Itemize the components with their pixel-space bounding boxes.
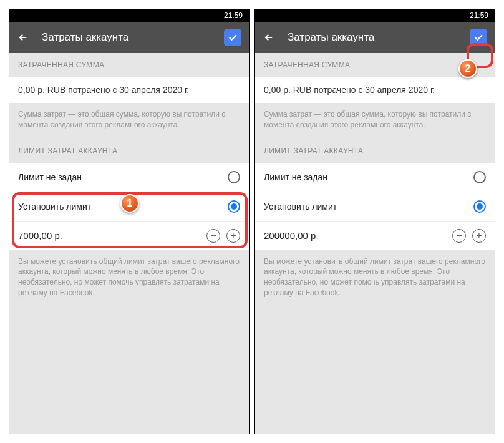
no-limit-label: Лимит не задан: [264, 172, 327, 182]
limit-description: Вы можете установить общий лимит затрат …: [255, 250, 495, 307]
limit-value-row: 7000,00 р. − +: [9, 221, 249, 250]
minus-button[interactable]: −: [206, 229, 220, 243]
status-time: 21:59: [470, 11, 488, 20]
spent-section-header: ЗАТРАЧЕННАЯ СУММА: [9, 53, 249, 77]
minus-button[interactable]: −: [452, 229, 466, 243]
app-header: Затраты аккаунта: [9, 22, 249, 53]
annotation-marker-2: 2: [458, 59, 477, 78]
page-title: Затраты аккаунта: [42, 31, 211, 44]
app-header: Затраты аккаунта: [255, 22, 495, 53]
plus-button[interactable]: +: [472, 229, 486, 243]
no-limit-label: Лимит не задан: [18, 172, 82, 182]
status-time: 21:59: [224, 11, 243, 20]
phone-screen-left: 21:59 Затраты аккаунта ЗАТРАЧЕННАЯ СУММА…: [9, 9, 250, 434]
radio-selected-icon: [228, 200, 240, 213]
confirm-button[interactable]: [224, 29, 241, 46]
limit-value: 200000,00 р.: [264, 230, 319, 241]
spent-description: Сумма затрат — это общая сумма, которую …: [255, 103, 495, 139]
limit-description: Вы можете установить общий лимит затрат …: [9, 250, 249, 307]
no-limit-option[interactable]: Лимит не задан: [9, 163, 249, 192]
radio-unselected-icon: [473, 171, 486, 183]
set-limit-label: Установить лимит: [264, 202, 337, 212]
set-limit-option[interactable]: Установить лимит: [255, 192, 495, 221]
stepper-buttons: − +: [206, 229, 240, 243]
spent-value: 0,00 р. RUB потрачено с 30 апреля 2020 г…: [18, 85, 189, 95]
status-bar: 21:59: [255, 9, 495, 22]
set-limit-label: Установить лимит: [18, 202, 91, 212]
status-bar: 21:59: [9, 9, 249, 22]
back-icon[interactable]: [263, 31, 275, 44]
radio-selected-icon: [473, 200, 486, 213]
spent-value-row: 0,00 р. RUB потрачено с 30 апреля 2020 г…: [9, 77, 249, 103]
spent-value-row: 0,00 р. RUB потрачено с 30 апреля 2020 г…: [255, 77, 495, 103]
spent-description: Сумма затрат — это общая сумма, которую …: [9, 103, 249, 139]
plus-button[interactable]: +: [226, 229, 240, 243]
limit-value: 7000,00 р.: [18, 230, 62, 241]
annotation-marker-1: 1: [120, 194, 139, 213]
limit-value-row: 200000,00 р. − +: [255, 221, 495, 250]
confirm-button[interactable]: [470, 29, 487, 46]
limit-section-header: ЛИМИТ ЗАТРАТ АККАУНТА: [255, 139, 495, 163]
spent-value: 0,00 р. RUB потрачено с 30 апреля 2020 г…: [264, 85, 435, 95]
back-icon[interactable]: [17, 31, 29, 44]
stepper-buttons: − +: [452, 229, 486, 243]
radio-unselected-icon: [228, 171, 240, 183]
no-limit-option[interactable]: Лимит не задан: [255, 163, 495, 192]
phone-screen-right: 21:59 Затраты аккаунта ЗАТРАЧЕННАЯ СУММА…: [254, 9, 495, 434]
page-title: Затраты аккаунта: [288, 31, 457, 44]
limit-section-header: ЛИМИТ ЗАТРАТ АККАУНТА: [9, 139, 249, 163]
